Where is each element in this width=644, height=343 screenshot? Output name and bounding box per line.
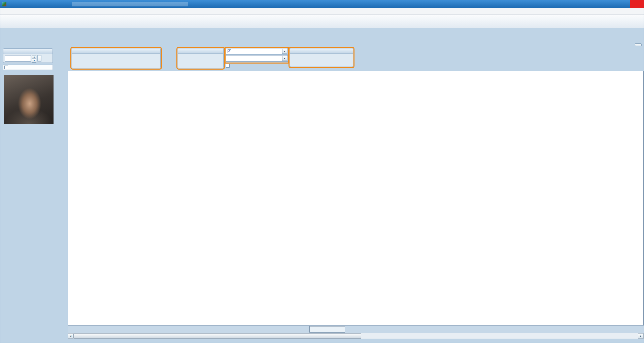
titlebar-highlighted-text	[72, 2, 188, 6]
status-group	[72, 48, 161, 68]
restore-tabs-button[interactable]	[635, 43, 642, 46]
order-group-title	[178, 48, 223, 54]
app-logo-icon	[2, 2, 6, 6]
order-group	[178, 48, 224, 68]
bottom-padding	[68, 339, 644, 343]
right-column: ▼ ▼	[68, 47, 644, 343]
date-group: ▲ ▼	[3, 48, 53, 63]
app-window: ▲ ▼	[0, 0, 644, 343]
main-tab-strip	[0, 28, 644, 38]
appointments-table-area	[68, 71, 644, 325]
left-panel: ▲ ▼	[0, 47, 68, 343]
order-options	[178, 54, 223, 55]
minimize-button[interactable]	[603, 0, 617, 8]
scroll-right-icon[interactable]: ►	[638, 333, 644, 339]
date-group-title	[3, 49, 53, 54]
body: ▲ ▼	[0, 47, 644, 343]
checkbox-icon	[228, 49, 231, 53]
chevron-down-icon[interactable]: ▼	[282, 49, 287, 54]
document-tab-strip	[0, 38, 644, 47]
all-units-checkbox[interactable]: ▼	[226, 48, 288, 54]
chevron-down-icon[interactable]: ▼	[282, 56, 287, 61]
spinner-down-icon[interactable]: ▼	[32, 59, 36, 63]
unit-select-combo[interactable]: ▼	[226, 55, 288, 62]
toolbar	[0, 15, 644, 28]
type-options	[290, 54, 353, 55]
total-bar	[68, 325, 644, 333]
type-group	[290, 48, 353, 67]
checkbox-icon	[4, 66, 8, 69]
type-group-title	[290, 48, 353, 54]
menu-bar	[0, 8, 644, 15]
close-button[interactable]	[630, 0, 644, 8]
scroll-left-icon[interactable]: ◄	[68, 333, 73, 339]
total-value	[309, 326, 345, 333]
date-input[interactable]	[5, 55, 31, 62]
title-bar	[0, 0, 644, 8]
scrollbar-thumb[interactable]	[73, 333, 361, 339]
filter-band: ▼ ▼	[68, 47, 644, 71]
merge-consulta-exame-checkbox[interactable]	[3, 65, 53, 70]
maximize-button[interactable]	[617, 0, 630, 8]
status-options	[72, 54, 160, 58]
checkbox-icon	[226, 64, 230, 68]
patient-photo	[4, 75, 54, 124]
pre-consulta-checkbox[interactable]	[226, 64, 231, 68]
date-spinner[interactable]: ▲ ▼	[32, 55, 36, 62]
status-group-title	[72, 48, 160, 54]
spinner-up-icon[interactable]: ▲	[32, 55, 36, 59]
horizontal-scrollbar[interactable]: ◄ ►	[68, 333, 644, 339]
units-combo-group: ▼ ▼	[226, 48, 288, 62]
today-button[interactable]	[37, 55, 41, 62]
